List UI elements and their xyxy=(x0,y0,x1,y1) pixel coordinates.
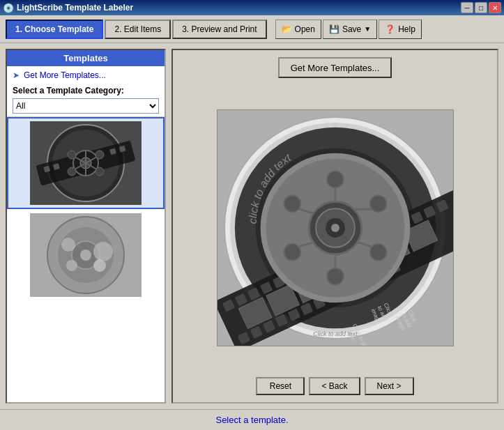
get-more-templates-button[interactable]: Get More Templates... xyxy=(278,57,392,78)
svg-point-77 xyxy=(284,243,300,260)
app-icon: 💿 xyxy=(3,3,14,13)
step1-button[interactable]: 1. Choose Template xyxy=(6,20,103,39)
minimize-button[interactable]: ─ xyxy=(461,2,473,13)
app-title: LightScribe Template Labeler xyxy=(17,3,133,13)
help-icon: ❓ xyxy=(385,24,395,34)
template-thumb-1 xyxy=(30,121,142,205)
template-list[interactable] xyxy=(7,116,165,402)
titlebar-left: 💿 LightScribe Template Labeler xyxy=(3,3,133,13)
svg-point-13 xyxy=(68,151,76,159)
svg-point-14 xyxy=(96,151,104,159)
category-select[interactable]: All Movies Music Photos Travel Holidays xyxy=(13,98,159,114)
status-message: Select a template. xyxy=(215,415,288,425)
get-more-templates-link[interactable]: ➤ Get More Templates... xyxy=(7,66,165,84)
save-label: Save xyxy=(342,24,361,34)
step3-button[interactable]: 3. Preview and Print xyxy=(172,20,266,39)
main-content: Templates ➤ Get More Templates... Select… xyxy=(0,43,504,409)
back-button[interactable]: < Back xyxy=(309,377,360,395)
right-panel: Get More Templates... click to add text xyxy=(171,49,498,404)
preview-area: click to add text xyxy=(180,84,490,371)
left-panel: Templates ➤ Get More Templates... Select… xyxy=(6,49,166,404)
save-button[interactable]: 💾 Save ▼ xyxy=(323,20,377,39)
help-label: Help xyxy=(398,24,415,34)
help-button[interactable]: ❓ Help xyxy=(379,20,422,39)
close-button[interactable]: ✕ xyxy=(489,2,501,13)
svg-point-21 xyxy=(80,249,91,261)
svg-point-16 xyxy=(96,167,104,176)
svg-point-25 xyxy=(93,259,106,272)
maximize-button[interactable]: □ xyxy=(475,2,487,13)
template-preview-svg: click to add text xyxy=(217,110,453,346)
svg-point-75 xyxy=(369,243,386,260)
panel-header: Templates xyxy=(7,50,165,66)
svg-text:Click to add text: Click to add text xyxy=(313,330,358,337)
titlebar: 💿 LightScribe Template Labeler ─ □ ✕ xyxy=(0,0,504,15)
category-label: Select a Template Category: xyxy=(7,84,165,97)
svg-point-15 xyxy=(68,167,76,176)
svg-point-78 xyxy=(284,195,300,212)
step2-button[interactable]: 2. Edit Items xyxy=(105,20,171,39)
preview-canvas[interactable]: click to add text xyxy=(217,109,454,346)
svg-point-22 xyxy=(61,238,75,252)
open-folder-icon: 📂 xyxy=(282,24,292,34)
template-item[interactable] xyxy=(7,117,165,209)
svg-point-76 xyxy=(327,268,344,284)
save-dropdown-icon: ▼ xyxy=(364,25,371,33)
template-item[interactable] xyxy=(7,209,165,301)
titlebar-controls[interactable]: ─ □ ✕ xyxy=(461,2,501,13)
svg-point-88 xyxy=(331,224,339,232)
svg-point-23 xyxy=(93,242,113,261)
toolbar: 1. Choose Template 2. Edit Items 3. Prev… xyxy=(0,15,504,43)
arrow-right-icon: ➤ xyxy=(13,70,20,80)
svg-point-73 xyxy=(327,171,344,187)
open-label: Open xyxy=(295,24,315,34)
template-thumb-2 xyxy=(30,213,142,297)
navigation-buttons: Reset < Back Next > xyxy=(180,377,490,395)
next-button[interactable]: Next > xyxy=(365,377,414,395)
open-button[interactable]: 📂 Open xyxy=(275,20,321,39)
save-disk-icon: 💾 xyxy=(329,24,339,34)
statusbar: Select a template. xyxy=(0,409,504,430)
get-more-link-text: Get More Templates... xyxy=(24,70,106,80)
svg-point-24 xyxy=(66,260,77,271)
svg-point-74 xyxy=(369,195,386,212)
reset-button[interactable]: Reset xyxy=(256,377,305,395)
